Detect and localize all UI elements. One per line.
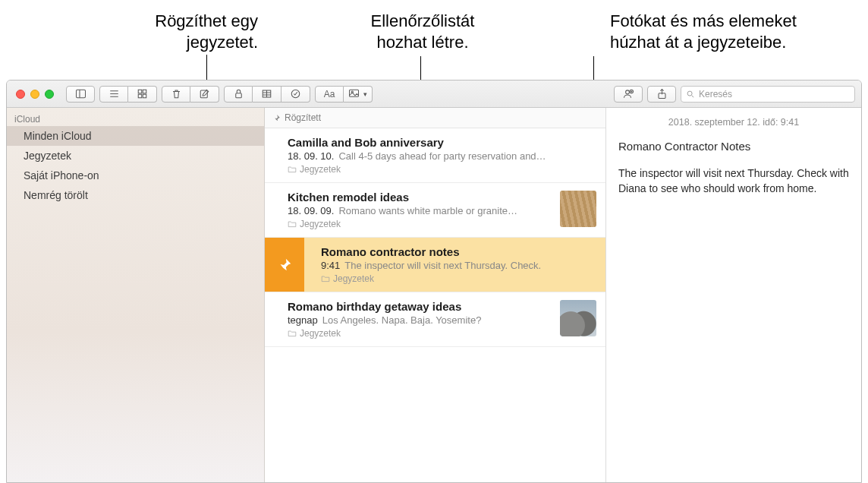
checklist-icon [290, 88, 301, 99]
pinned-section-label: Rögzített [285, 112, 321, 123]
search-input[interactable]: Keresés [681, 86, 855, 103]
table-button[interactable] [253, 86, 281, 103]
svg-point-18 [625, 90, 629, 94]
note-date: 9:41 [321, 260, 340, 271]
note-date: 18. 09. 09. [288, 205, 334, 216]
photo-icon [348, 88, 362, 99]
svg-line-24 [692, 95, 693, 96]
share-icon [656, 88, 668, 99]
note-snippet: Romano wants white marble or granite… [338, 205, 517, 216]
sidebar-item-on-iphone[interactable]: Saját iPhone-on [7, 166, 264, 185]
new-note-button[interactable] [190, 86, 219, 103]
pinned-section-header: Rögzített [265, 108, 605, 128]
callout-photos: Fotókat és más elemeket húzhat át a jegy… [610, 11, 838, 52]
note-detail: 2018. szeptember 12. idő: 9:41 Romano Co… [606, 108, 861, 482]
svg-rect-16 [350, 90, 359, 96]
grid-view-button[interactable] [128, 86, 157, 103]
add-people-button[interactable] [614, 86, 643, 103]
note-snippet: Call 4-5 days ahead for party reservatio… [338, 150, 546, 162]
folder-icon [288, 330, 297, 337]
svg-rect-10 [235, 93, 241, 98]
chevron-down-icon: ▾ [363, 90, 367, 98]
search-icon [686, 90, 695, 99]
lock-icon [233, 88, 244, 99]
note-folder: Jegyzetek [300, 219, 341, 229]
note-timestamp: 2018. szeptember 12. idő: 9:41 [618, 117, 849, 128]
person-plus-icon [623, 88, 634, 99]
zoom-window-button[interactable] [45, 90, 54, 99]
note-row[interactable]: Romano birthday getaway ideas tegnapLos … [265, 292, 605, 347]
pin-icon [272, 114, 281, 122]
svg-rect-7 [138, 94, 142, 98]
note-title: Romano birthday getaway ideas [288, 300, 552, 313]
sidebar-icon [75, 88, 86, 99]
pin-icon [276, 257, 293, 273]
sidebar-account-header: iCloud [7, 111, 264, 126]
toolbar: Aa ▾ Keresés [7, 80, 861, 108]
sidebar-item-all-icloud[interactable]: Minden iCloud [7, 126, 264, 146]
note-row[interactable]: Camilla and Bob anniversary 18. 09. 10.C… [265, 128, 605, 183]
note-thumbnail [560, 300, 596, 336]
folder-icon [288, 220, 297, 228]
compose-icon [199, 88, 210, 99]
callout-pin: Rögzíthet egy jegyzetet. [46, 11, 258, 52]
note-date: 18. 09. 10. [288, 150, 334, 162]
callout-checklist: Ellenőrzőlistát hozhat létre. [316, 11, 529, 52]
format-button[interactable]: Aa [315, 86, 344, 103]
note-date: tegnap [288, 314, 318, 326]
toggle-sidebar-button[interactable] [66, 86, 95, 103]
svg-rect-6 [143, 90, 146, 93]
note-snippet: Los Angeles. Napa. Baja. Yosemite? [322, 314, 482, 326]
svg-rect-0 [76, 90, 85, 98]
grid-icon [137, 88, 148, 99]
notes-list: Rögzített Camilla and Bob anniversary 18… [265, 108, 606, 482]
pin-action[interactable] [265, 238, 304, 292]
folders-sidebar: iCloud Minden iCloud Jegyzetek Saját iPh… [7, 108, 265, 482]
lock-button[interactable] [224, 86, 253, 103]
note-folder: Jegyzetek [300, 164, 341, 175]
folder-icon [321, 275, 330, 283]
delete-button[interactable] [162, 86, 190, 103]
note-folder: Jegyzetek [300, 328, 341, 339]
note-detail-title: Romano Contractor Notes [618, 140, 849, 153]
note-body[interactable]: The inspector will visit next Thursday. … [618, 166, 849, 196]
note-thumbnail [560, 191, 596, 227]
sidebar-item-trash[interactable]: Nemrég törölt [7, 185, 264, 205]
trash-icon [171, 88, 182, 99]
sidebar-item-notes[interactable]: Jegyzetek [7, 146, 264, 166]
svg-point-23 [687, 91, 692, 96]
media-button[interactable]: ▾ [344, 86, 373, 103]
folder-icon [288, 166, 297, 173]
share-button[interactable] [647, 86, 676, 103]
notes-window: Aa ▾ Keresés iCloud Minden iCloud Jegyze… [6, 80, 862, 483]
note-row[interactable]: Kitchen remodel ideas 18. 09. 09.Romano … [265, 183, 605, 238]
note-snippet: The inspector will visit next Thursday. … [344, 260, 541, 271]
minimize-window-button[interactable] [30, 90, 39, 99]
note-title: Camilla and Bob anniversary [288, 136, 596, 149]
list-icon [108, 88, 120, 99]
list-view-button[interactable] [99, 86, 128, 103]
note-folder: Jegyzetek [333, 273, 374, 284]
table-icon [261, 88, 272, 99]
note-title: Romano contractor notes [321, 245, 596, 258]
note-title: Kitchen remodel ideas [288, 191, 552, 204]
svg-rect-8 [143, 94, 146, 98]
note-row[interactable]: Romano contractor notes 9:41The inspecto… [265, 238, 605, 292]
format-icon: Aa [324, 89, 335, 99]
search-placeholder: Keresés [699, 89, 732, 99]
close-window-button[interactable] [16, 90, 25, 99]
svg-rect-5 [138, 90, 142, 93]
checklist-button[interactable] [281, 86, 310, 103]
window-controls[interactable] [16, 90, 54, 99]
